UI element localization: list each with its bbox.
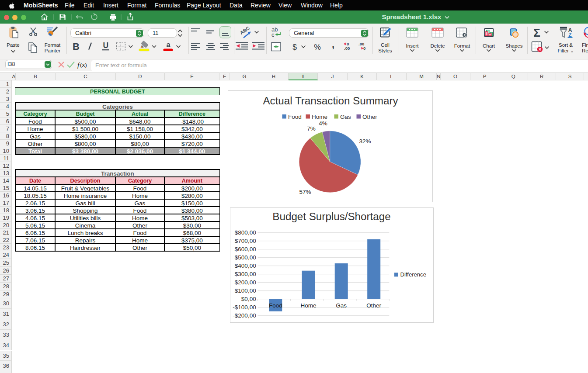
svg-text:(x): (x) — [80, 62, 87, 68]
